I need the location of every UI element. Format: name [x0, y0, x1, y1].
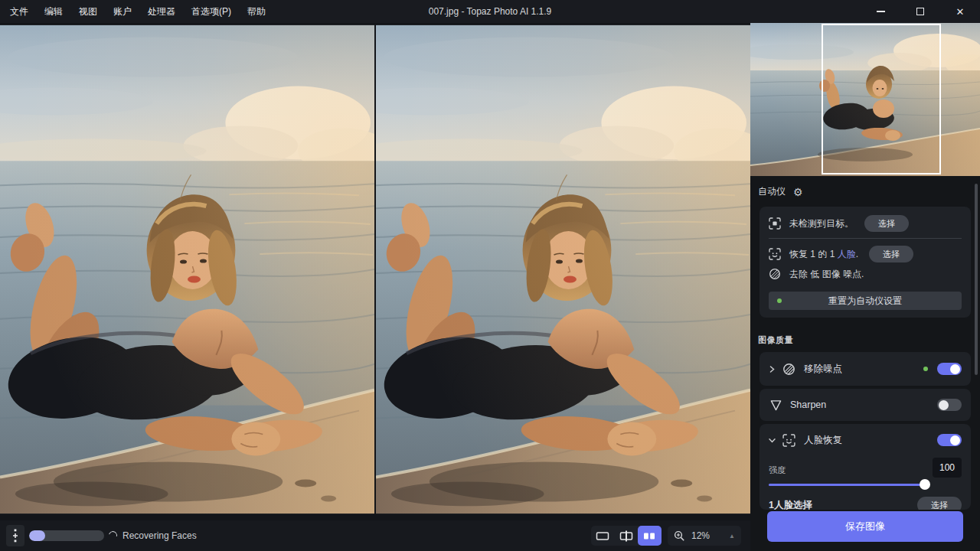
- zoom-control[interactable]: 12% ▲: [668, 526, 741, 546]
- menubar: 文件 编辑 视图 账户 处理器 首选项(P) 帮助: [0, 4, 268, 20]
- canvas-pane: Recovering Faces: [0, 23, 750, 551]
- autopilot-title: 自动仪: [758, 185, 786, 198]
- face-recovery-body: 强度 100 1人脸选择 选择: [760, 456, 971, 510]
- face-recovery-label: 人脸恢复: [804, 434, 842, 447]
- autopilot-subject-row: 未检测到目标。 选择: [769, 214, 962, 233]
- split-view-button[interactable]: [615, 526, 639, 546]
- menu-item-processor[interactable]: 处理器: [145, 4, 178, 20]
- navigator-viewport[interactable]: [822, 24, 941, 174]
- window-controls: ✕: [861, 0, 980, 23]
- sharpen-label: Sharpen: [790, 399, 826, 410]
- close-icon: ✕: [956, 6, 965, 18]
- side-by-side-view-button[interactable]: [638, 526, 662, 546]
- queue-menu-button[interactable]: [6, 525, 24, 546]
- face-select-button[interactable]: 选择: [869, 246, 913, 262]
- menu-item-edit[interactable]: 编辑: [42, 4, 65, 20]
- noise-icon: [782, 363, 795, 376]
- menu-item-view[interactable]: 视图: [77, 4, 100, 20]
- faces-selected-text: 1人脸选择: [769, 499, 812, 510]
- strength-label: 强度: [769, 465, 786, 478]
- side-by-side-view-icon: [642, 531, 656, 541]
- progress-bar: [29, 530, 104, 541]
- subject-select-button[interactable]: 选择: [864, 215, 909, 232]
- zoom-dropdown-icon[interactable]: ▲: [729, 533, 735, 540]
- divider: [769, 238, 962, 239]
- faces-select-button[interactable]: 选择: [917, 497, 962, 510]
- face-count-link[interactable]: 人脸: [838, 249, 856, 259]
- remove-noise-row[interactable]: 移除噪点: [760, 352, 971, 386]
- strength-slider[interactable]: [769, 479, 925, 490]
- zoom-in-icon: [674, 530, 685, 542]
- gear-icon[interactable]: ⚙: [793, 187, 803, 197]
- settings-panel: 自动仪 ⚙ 未检测到目标。 选择 恢复 1 的 1 人脸. 选择: [750, 23, 980, 551]
- app-window: 文件 编辑 视图 账户 处理器 首选项(P) 帮助 007.jpg - Topa…: [0, 0, 980, 551]
- face-recovery-header[interactable]: 人脸恢复: [760, 424, 971, 456]
- panel-scrollbar-thumb[interactable]: [975, 184, 978, 375]
- autopilot-face-row: 恢复 1 的 1 人脸. 选择: [769, 244, 962, 264]
- chevron-right-icon[interactable]: [769, 366, 776, 373]
- menu-item-file[interactable]: 文件: [8, 4, 31, 20]
- sharpen-toggle[interactable]: [937, 399, 962, 411]
- face-recovery-toggle[interactable]: [937, 434, 962, 446]
- spinner-icon: [107, 530, 119, 541]
- single-view-button[interactable]: [591, 526, 615, 546]
- kebab-icon: [11, 528, 20, 543]
- maximize-icon: [916, 8, 924, 15]
- minimize-button[interactable]: [861, 0, 900, 23]
- slider-fill: [769, 484, 925, 486]
- face-status-text: 恢复 1 的 1 人脸.: [789, 248, 858, 261]
- remove-noise-toggle[interactable]: [937, 363, 962, 375]
- statusbar: Recovering Faces: [0, 520, 750, 551]
- chevron-down-icon[interactable]: [769, 437, 776, 444]
- face-recovery-card: 人脸恢复 强度 100 1人脸选择 选择: [760, 424, 971, 510]
- reset-autopilot-button[interactable]: 重置为自动仪设置: [769, 292, 962, 310]
- view-mode-group: [591, 526, 662, 546]
- subject-target-icon: [769, 217, 781, 230]
- menu-item-help[interactable]: 帮助: [245, 4, 268, 20]
- minimize-icon: [877, 11, 885, 12]
- strength-value-input[interactable]: 100: [933, 458, 962, 478]
- save-image-button[interactable]: 保存图像: [767, 511, 963, 542]
- single-view-icon: [596, 531, 609, 541]
- sharpen-icon: [770, 399, 782, 411]
- sharpen-row[interactable]: Sharpen: [760, 389, 971, 421]
- image-view-before[interactable]: [0, 24, 374, 514]
- progress-bar-fill: [29, 530, 45, 541]
- autopilot-card: 未检测到目标。 选择 恢复 1 的 1 人脸. 选择 去除 低 图像 噪点.: [760, 207, 971, 318]
- menu-item-preferences[interactable]: 首选项(P): [189, 4, 234, 20]
- menu-item-account[interactable]: 账户: [111, 4, 134, 20]
- subject-status-text: 未检测到目标。: [789, 217, 854, 230]
- green-status-dot: [777, 298, 782, 303]
- noise-status-text: 去除 低 图像 噪点.: [789, 268, 864, 281]
- status-text: Recovering Faces: [122, 530, 197, 541]
- noise-icon: [769, 268, 781, 280]
- face-recovery-icon: [782, 434, 795, 447]
- slider-knob[interactable]: [920, 479, 930, 490]
- autopilot-header: 自动仪 ⚙: [758, 185, 803, 198]
- image-view-after[interactable]: [376, 24, 750, 514]
- navigator-thumbnail[interactable]: [750, 23, 980, 176]
- close-button[interactable]: ✕: [940, 0, 980, 23]
- face-detect-icon: [769, 248, 781, 260]
- split-view-icon: [619, 530, 633, 542]
- faces-selected-row: 1人脸选择 选择: [769, 497, 962, 510]
- image-quality-title: 图像质量: [758, 334, 793, 346]
- comparison-views: [0, 24, 750, 514]
- zoom-level: 12%: [691, 530, 710, 541]
- green-status-dot: [923, 367, 928, 371]
- maximize-button[interactable]: [900, 0, 940, 23]
- titlebar: 文件 编辑 视图 账户 处理器 首选项(P) 帮助 007.jpg - Topa…: [0, 0, 980, 23]
- autopilot-noise-row: 去除 低 图像 噪点.: [769, 264, 962, 284]
- remove-noise-label: 移除噪点: [804, 363, 842, 376]
